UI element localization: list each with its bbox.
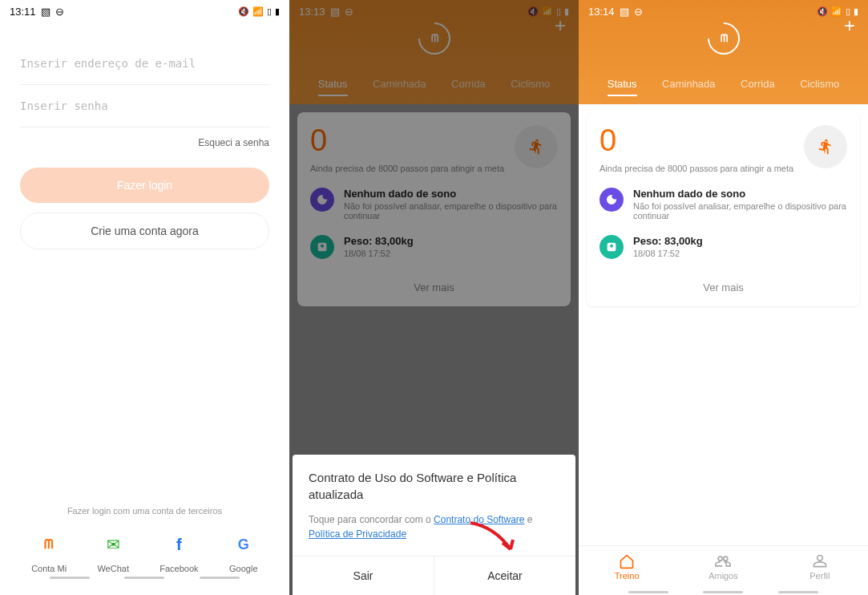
image-icon: ▧ [330, 6, 340, 18]
see-more-link[interactable]: Ver mais [310, 273, 558, 293]
status-bar: 13:14 ▧ ⊖ 🔇 📶 ▯ ▮ [579, 0, 868, 22]
sleep-subtitle: Não foi possível analisar, emparelhe o d… [633, 201, 847, 221]
walk-icon[interactable] [515, 125, 558, 168]
status-time: 13:14 [588, 6, 615, 18]
steps-count: 0 [310, 125, 504, 156]
status-time: 13:13 [299, 6, 325, 18]
weight-subtitle: 18/08 17:52 [344, 249, 558, 258]
add-icon[interactable]: + [844, 14, 855, 37]
add-icon[interactable]: + [555, 14, 566, 37]
svg-point-3 [610, 245, 613, 248]
mi-logo-icon [411, 16, 457, 62]
sleep-row[interactable]: Nenhum dado de sono Não foi possível ana… [600, 188, 847, 221]
tab-run[interactable]: Corrida [741, 78, 775, 96]
profile-icon [812, 553, 828, 569]
status-bar: 13:11 ▧ ⊖ 🔇 📶 ▯ ▮ [0, 0, 289, 22]
sleep-row[interactable]: Nenhum dado de sono Não foi possível ana… [310, 188, 558, 221]
bottom-nav: Treino Amigos Perfil [579, 545, 868, 587]
status-card: 0 Ainda precisa de 8000 passos para atin… [587, 112, 860, 306]
exit-button[interactable]: Sair [293, 557, 434, 595]
tab-cycle[interactable]: Ciclismo [800, 78, 839, 96]
software-contract-link[interactable]: Contrato do Software [434, 514, 524, 525]
login-screen: 13:11 ▧ ⊖ 🔇 📶 ▯ ▮ Esqueci a senha Fazer … [0, 0, 289, 595]
status-card: 0 Ainda precisa de 8000 passos para atin… [297, 112, 571, 306]
mute-icon: 🔇 [527, 6, 539, 17]
see-more-link[interactable]: Ver mais [600, 273, 847, 293]
facebook-icon: f [164, 530, 193, 559]
weight-row[interactable]: Peso: 83,00kg 18/08 17:52 [600, 235, 847, 259]
mute-icon: 🔇 [817, 6, 828, 17]
svg-point-1 [321, 245, 324, 248]
privacy-policy-link[interactable]: Política de Privacidade [309, 528, 406, 540]
login-button[interactable]: Fazer login [20, 168, 269, 203]
provider-wechat[interactable]: ✉ WeChat [97, 530, 129, 573]
third-party-label: Fazer login com uma conta de terceiros [0, 506, 289, 516]
create-account-button[interactable]: Crie uma conta agora [20, 212, 269, 249]
tab-status[interactable]: Status [318, 78, 348, 96]
nav-indicator [579, 588, 868, 595]
provider-mi[interactable]: ᗰ Conta Mi [31, 530, 67, 573]
email-field[interactable] [20, 42, 269, 85]
image-icon: ▧ [620, 6, 629, 18]
nav-indicator [0, 573, 289, 581]
google-icon: G [229, 530, 258, 559]
dialog-title: Contrato de Uso do Software e Política a… [309, 469, 559, 503]
friends-icon [715, 553, 731, 569]
minus-icon: ⊖ [345, 6, 353, 18]
image-icon: ▧ [41, 6, 50, 18]
walk-icon[interactable] [804, 125, 847, 168]
mi-logo-icon [700, 16, 746, 62]
tab-status[interactable]: Status [608, 78, 637, 96]
mute-icon: 🔇 [238, 6, 249, 17]
wifi-icon: 📶 [831, 6, 842, 17]
steps-goal-text: Ainda precisa de 8000 passos para atingi… [310, 164, 504, 173]
moon-icon [600, 188, 624, 212]
nav-train[interactable]: Treino [579, 546, 675, 587]
home-icon [619, 553, 635, 569]
battery-icon: ▮ [275, 6, 280, 17]
tab-walk[interactable]: Caminhada [373, 78, 426, 96]
steps-count: 0 [600, 125, 793, 156]
nav-profile[interactable]: Perfil [772, 546, 868, 587]
accept-button[interactable]: Aceitar [434, 557, 575, 595]
weight-subtitle: 18/08 17:52 [633, 249, 847, 258]
password-field[interactable] [20, 85, 269, 128]
status-time: 13:11 [10, 6, 36, 18]
terms-dialog: Contrato de Uso do Software e Política a… [293, 455, 575, 595]
scale-icon [600, 235, 624, 259]
home-screen-with-dialog: 13:13 ▧ ⊖ 🔇 📶 ▯ ▮ + Status Caminhada Cor… [289, 0, 579, 595]
steps-goal-text: Ainda precisa de 8000 passos para atingi… [600, 164, 793, 173]
scale-icon [310, 235, 334, 259]
minus-icon: ⊖ [634, 6, 643, 18]
provider-facebook[interactable]: f Facebook [159, 530, 198, 573]
wechat-icon: ✉ [99, 530, 127, 559]
wifi-icon: 📶 [542, 6, 553, 17]
tab-run[interactable]: Corrida [451, 78, 486, 96]
status-bar: 13:13 ▧ ⊖ 🔇 📶 ▯ ▮ [289, 0, 579, 22]
weight-title: Peso: 83,00kg [344, 235, 558, 247]
nav-friends[interactable]: Amigos [675, 546, 771, 587]
sleep-title: Nenhum dado de sono [344, 188, 558, 200]
moon-icon [310, 188, 334, 212]
forgot-password-link[interactable]: Esqueci a senha [20, 137, 269, 148]
tab-walk[interactable]: Caminhada [662, 78, 716, 96]
sleep-title: Nenhum dado de sono [633, 188, 847, 200]
sleep-subtitle: Não foi possível analisar, emparelhe o d… [344, 201, 558, 221]
provider-google[interactable]: G Google [229, 530, 258, 573]
signal-icon: ▯ [267, 6, 272, 17]
tab-cycle[interactable]: Ciclismo [511, 78, 550, 96]
minus-icon: ⊖ [55, 6, 64, 18]
wifi-icon: 📶 [252, 6, 264, 17]
mi-icon: ᗰ [34, 530, 63, 559]
weight-row[interactable]: Peso: 83,00kg 18/08 17:52 [310, 235, 558, 259]
home-screen: 13:14 ▧ ⊖ 🔇 📶 ▯ ▮ + Status Caminhada Cor… [579, 0, 868, 595]
weight-title: Peso: 83,00kg [633, 235, 847, 247]
dialog-text: Toque para concordar com o Contrato do S… [309, 512, 559, 541]
